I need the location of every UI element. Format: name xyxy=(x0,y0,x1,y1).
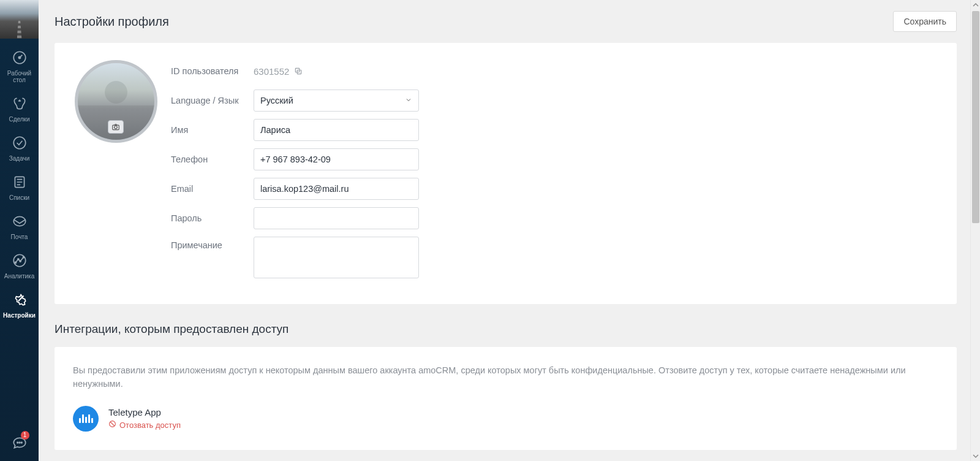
field-label: Имя xyxy=(171,125,254,135)
svg-point-12 xyxy=(21,442,22,443)
vertical-scrollbar[interactable] xyxy=(970,0,980,461)
sidebar-item-mail[interactable]: Почта xyxy=(0,208,39,244)
deals-icon xyxy=(12,96,28,113)
svg-point-6 xyxy=(15,262,16,263)
field-password: Пароль xyxy=(171,207,502,229)
avatar[interactable] xyxy=(75,60,157,143)
select-value: Русский xyxy=(260,96,293,105)
sidebar-item-label: Задачи xyxy=(9,155,30,162)
tasks-icon xyxy=(12,135,28,153)
field-name: Имя xyxy=(171,119,502,141)
integrations-title: Интеграции, которым предоставлен доступ xyxy=(55,322,957,336)
email-input[interactable] xyxy=(254,178,419,200)
language-select[interactable]: Русский xyxy=(254,90,419,112)
field-email: Email xyxy=(171,178,502,200)
svg-point-1 xyxy=(18,56,20,58)
user-id-value: 6301552 xyxy=(254,66,289,77)
sidebar-item-lists[interactable]: Списки xyxy=(0,169,39,205)
scroll-thumb[interactable] xyxy=(972,11,979,223)
svg-point-10 xyxy=(17,442,18,443)
profile-card: ID пользователя 6301552 Language / Язык … xyxy=(55,43,957,304)
svg-point-14 xyxy=(115,126,118,129)
sidebar-items: Рабочий стол Сделки Задачи Списки Почта xyxy=(0,39,39,429)
revoke-icon xyxy=(108,420,116,430)
teletype-app-icon xyxy=(73,406,99,432)
page-title: Настройки профиля xyxy=(55,15,169,29)
notification-badge: 1 xyxy=(21,431,29,440)
sidebar-item-label: Списки xyxy=(9,194,29,201)
settings-icon xyxy=(12,292,28,310)
svg-point-8 xyxy=(20,261,21,262)
sidebar-item-settings[interactable]: Настройки xyxy=(0,287,39,322)
field-label: Примечание xyxy=(171,237,254,250)
field-label: ID пользователя xyxy=(171,66,254,76)
lists-icon xyxy=(12,174,28,192)
sidebar-item-label: Настройки xyxy=(3,312,36,319)
chevron-down-icon xyxy=(405,96,412,105)
svg-point-9 xyxy=(23,257,24,258)
svg-point-2 xyxy=(13,137,26,149)
integration-item: Teletype App Отозвать доступ xyxy=(73,406,938,432)
sidebar-item-tasks[interactable]: Задачи xyxy=(0,130,39,166)
field-note: Примечание xyxy=(171,237,502,278)
field-label: Пароль xyxy=(171,213,254,223)
password-input[interactable] xyxy=(254,207,419,229)
sidebar-item-label: Аналитика xyxy=(4,273,35,280)
svg-point-7 xyxy=(17,259,18,260)
avatar-container xyxy=(73,60,159,286)
field-language: Language / Язык Русский xyxy=(171,90,502,112)
field-phone: Телефон xyxy=(171,148,502,170)
field-user-id: ID пользователя 6301552 xyxy=(171,60,502,82)
dashboard-icon xyxy=(12,50,28,67)
scroll-up-arrow-icon[interactable] xyxy=(971,0,980,10)
name-input[interactable] xyxy=(254,119,419,141)
note-input[interactable] xyxy=(254,237,419,278)
sidebar-item-analytics[interactable]: Аналитика xyxy=(0,248,39,283)
sidebar-logo[interactable] xyxy=(0,0,39,39)
field-label: Email xyxy=(171,184,254,194)
sidebar: Рабочий стол Сделки Задачи Списки Почта xyxy=(0,0,39,461)
analytics-icon xyxy=(12,253,28,270)
camera-icon[interactable] xyxy=(108,120,124,134)
phone-input[interactable] xyxy=(254,148,419,170)
save-button[interactable]: Сохранить xyxy=(893,11,957,32)
copy-icon[interactable] xyxy=(294,67,303,75)
svg-point-11 xyxy=(19,442,20,443)
revoke-access-link[interactable]: Отозвать доступ xyxy=(108,420,181,430)
field-label: Телефон xyxy=(171,154,254,164)
scroll-down-arrow-icon[interactable] xyxy=(971,451,980,461)
sidebar-item-label: Почта xyxy=(11,234,28,240)
page-header: Настройки профиля Сохранить xyxy=(55,11,957,32)
sidebar-item-deals[interactable]: Сделки xyxy=(0,91,39,126)
integrations-card: Вы предоставили этим приложениям доступ … xyxy=(55,347,957,450)
integrations-description: Вы предоставили этим приложениям доступ … xyxy=(73,364,938,391)
sidebar-item-dashboard[interactable]: Рабочий стол xyxy=(0,45,39,87)
main-content: Настройки профиля Сохранить ID пользоват… xyxy=(39,0,970,461)
sidebar-item-label: Рабочий стол xyxy=(7,70,31,83)
scroll-track[interactable] xyxy=(971,10,980,451)
sidebar-notifications[interactable]: 1 xyxy=(0,429,39,461)
sidebar-item-label: Сделки xyxy=(9,116,29,123)
revoke-label: Отозвать доступ xyxy=(119,421,181,430)
mail-icon xyxy=(12,213,28,231)
integration-name: Teletype App xyxy=(108,407,181,417)
field-label: Language / Язык xyxy=(171,96,254,105)
